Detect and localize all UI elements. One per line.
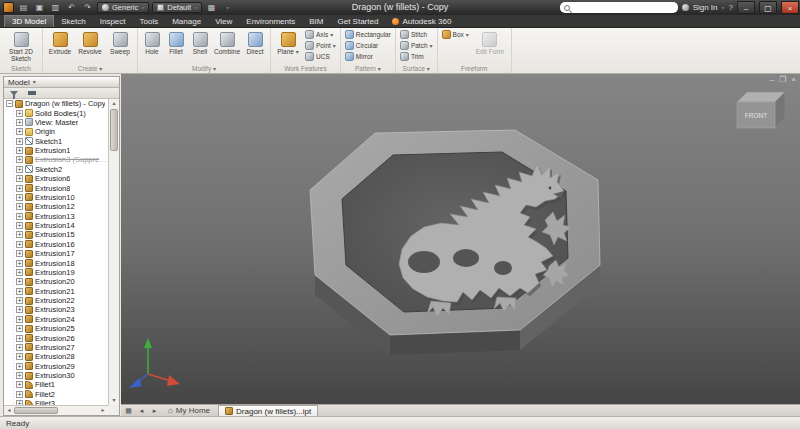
doc-close-icon[interactable]: × bbox=[791, 75, 796, 84]
doc-minimize-icon[interactable]: – bbox=[770, 75, 774, 84]
mirror-button[interactable]: Mirror bbox=[343, 51, 393, 62]
save-icon[interactable]: ▣ bbox=[33, 4, 46, 12]
expander-icon[interactable]: + bbox=[16, 250, 23, 257]
point-button[interactable]: Point ▾ bbox=[303, 40, 338, 51]
expander-icon[interactable]: + bbox=[16, 269, 23, 276]
menu-tab-sketch[interactable]: Sketch bbox=[54, 15, 92, 27]
tree-item[interactable]: +Extrusion18 bbox=[4, 258, 108, 267]
browser-horizontal-scrollbar[interactable]: ◂ ▸ bbox=[4, 405, 108, 415]
tree-item[interactable]: +Extrusion22 bbox=[4, 296, 108, 305]
expander-icon[interactable]: + bbox=[16, 260, 23, 267]
axis-button[interactable]: Axis ▾ bbox=[303, 29, 338, 40]
fillet-button[interactable]: Fillet bbox=[164, 29, 188, 55]
tree-item[interactable]: −Dragon (w fillets) - Copy bbox=[4, 99, 108, 108]
tree-item[interactable]: +Extrusion12 bbox=[4, 202, 108, 211]
tree-item[interactable]: +Extrusion26 bbox=[4, 333, 108, 342]
expander-icon[interactable]: + bbox=[16, 344, 23, 351]
scroll-right-icon[interactable]: ▸ bbox=[98, 406, 108, 415]
menu-tab-manage[interactable]: Manage bbox=[165, 15, 208, 27]
menu-tab-3d-model[interactable]: 3D Model bbox=[4, 15, 54, 27]
hole-button[interactable]: Hole bbox=[140, 29, 164, 55]
stitch-button[interactable]: Stitch bbox=[398, 29, 435, 40]
tree-item[interactable]: +Extrusion30 bbox=[4, 371, 108, 380]
expander-icon[interactable]: + bbox=[16, 288, 23, 295]
group-label-modify[interactable]: Modify ▾ bbox=[138, 65, 270, 72]
qat-customize-icon[interactable]: ▾ bbox=[221, 5, 234, 11]
expander-icon[interactable]: + bbox=[16, 175, 23, 182]
sign-in-button[interactable]: Sign In bbox=[693, 3, 718, 12]
circular-pattern-button[interactable]: Circular bbox=[343, 40, 393, 51]
expander-icon[interactable]: + bbox=[16, 363, 23, 370]
find-button[interactable] bbox=[26, 89, 38, 98]
ucs-button[interactable]: UCS bbox=[303, 51, 338, 62]
shell-button[interactable]: Shell bbox=[188, 29, 212, 55]
trim-button[interactable]: Trim bbox=[398, 51, 435, 62]
group-label-surface[interactable]: Surface ▾ bbox=[396, 65, 437, 72]
expander-icon[interactable]: + bbox=[16, 278, 23, 285]
viewcube[interactable]: FRONT bbox=[737, 92, 785, 128]
menu-tab-get-started[interactable]: Get Started bbox=[330, 15, 385, 27]
expander-icon[interactable]: + bbox=[16, 166, 23, 173]
expander-icon[interactable]: + bbox=[16, 306, 23, 313]
appearance-select[interactable]: Default ▾ bbox=[152, 2, 202, 13]
tree-item[interactable]: +Extrusion17 bbox=[4, 249, 108, 258]
tree-item[interactable]: +Sketch1 bbox=[4, 137, 108, 146]
box-button[interactable]: Box ▾ bbox=[440, 29, 471, 40]
tree-item[interactable]: +Extrusion14 bbox=[4, 221, 108, 230]
qat-more-icon[interactable]: ▦ bbox=[205, 4, 218, 12]
doc-restore-icon[interactable]: ❐ bbox=[779, 75, 786, 84]
close-button[interactable]: × bbox=[781, 1, 799, 14]
browser-header[interactable]: Model ▾ bbox=[4, 77, 119, 88]
menu-tab-environments[interactable]: Environments bbox=[239, 15, 302, 27]
scroll-down-icon[interactable]: ▾ bbox=[109, 396, 119, 405]
sweep-button[interactable]: Sweep bbox=[105, 29, 135, 55]
viewport-3d[interactable]: FRONT – ❐ × bbox=[121, 74, 800, 404]
menu-tab-view[interactable]: View bbox=[208, 15, 239, 27]
filter-button[interactable] bbox=[8, 89, 20, 98]
expander-icon[interactable]: + bbox=[16, 241, 23, 248]
group-label-create[interactable]: Create ▾ bbox=[43, 65, 137, 72]
undo-icon[interactable]: ↶ bbox=[65, 4, 78, 12]
browser-vertical-scrollbar[interactable]: ▴ ▾ bbox=[108, 99, 119, 405]
expander-icon[interactable]: + bbox=[16, 391, 23, 398]
tab-scroll-right-icon[interactable]: ▸ bbox=[149, 405, 160, 416]
scroll-up-icon[interactable]: ▴ bbox=[109, 99, 119, 108]
start-2d-sketch-button[interactable]: Start 2D Sketch bbox=[2, 29, 40, 62]
expander-icon[interactable]: + bbox=[16, 147, 23, 154]
horizontal-scrollbar-thumb[interactable] bbox=[14, 407, 58, 414]
expander-icon[interactable]: − bbox=[6, 100, 13, 107]
tree-item[interactable]: +Fillet2 bbox=[4, 390, 108, 399]
scroll-left-icon[interactable]: ◂ bbox=[4, 406, 14, 415]
search-box[interactable] bbox=[560, 2, 678, 13]
direct-button[interactable]: Direct bbox=[242, 29, 268, 55]
tree-item[interactable]: +Extrusion24 bbox=[4, 315, 108, 324]
tab-list-icon[interactable]: ▦ bbox=[123, 405, 134, 416]
new-file-icon[interactable]: ▤ bbox=[17, 4, 30, 12]
tree-item[interactable]: +Origin bbox=[4, 127, 108, 136]
minimize-button[interactable]: – bbox=[737, 1, 755, 14]
open-icon[interactable]: ▥ bbox=[49, 4, 62, 12]
expander-icon[interactable]: + bbox=[16, 128, 23, 135]
tree-item[interactable]: +View: Master bbox=[4, 118, 108, 127]
expander-icon[interactable]: + bbox=[16, 353, 23, 360]
menu-tab-bim[interactable]: BIM bbox=[302, 15, 330, 27]
expander-icon[interactable]: + bbox=[16, 335, 23, 342]
tab-scroll-left-icon[interactable]: ◂ bbox=[136, 405, 147, 416]
revolve-button[interactable]: Revolve bbox=[75, 29, 105, 55]
tab-dragon-document[interactable]: Dragon (w fillets)...ipt bbox=[218, 405, 318, 416]
redo-icon[interactable]: ↷ bbox=[81, 4, 94, 12]
tree-item[interactable]: +Extrusion10 bbox=[4, 193, 108, 202]
search-input[interactable] bbox=[572, 3, 674, 12]
tree-item[interactable]: +Extrusion23 bbox=[4, 305, 108, 314]
expander-icon[interactable]: + bbox=[16, 138, 23, 145]
tree-item[interactable]: +Extrusion8 bbox=[4, 183, 108, 192]
maximize-button[interactable]: ▢ bbox=[759, 1, 777, 14]
viewcube-front-label[interactable]: FRONT bbox=[745, 112, 767, 119]
tree-item[interactable]: +Extrusion1 bbox=[4, 146, 108, 155]
menu-tab-autodesk-360[interactable]: Autodesk 360 bbox=[385, 15, 458, 27]
expander-icon[interactable]: + bbox=[16, 185, 23, 192]
edit-form-button[interactable]: Edit Form bbox=[471, 29, 509, 55]
expander-icon[interactable]: + bbox=[16, 194, 23, 201]
plane-button[interactable]: Plane ▾ bbox=[273, 29, 303, 56]
expander-icon[interactable]: + bbox=[16, 110, 23, 117]
